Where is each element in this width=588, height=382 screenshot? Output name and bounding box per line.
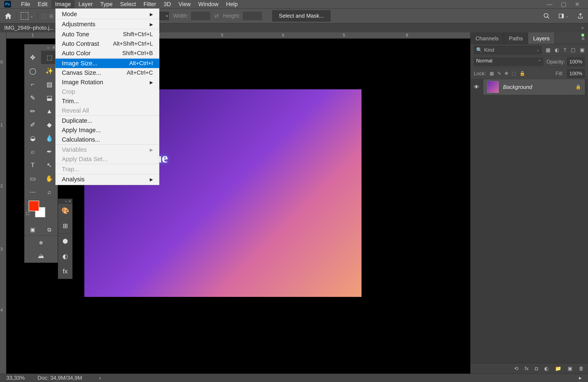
width-input[interactable]	[191, 12, 210, 20]
menu-3d[interactable]: 3D	[160, 0, 175, 9]
screen-mode-icon[interactable]: ⧉	[41, 224, 58, 236]
workspace-icon[interactable]: ⌄	[558, 13, 569, 19]
adjustment-layer-icon[interactable]: ◐	[544, 366, 549, 371]
height-input[interactable]	[243, 12, 262, 20]
close-panel-icon[interactable]: ✕	[52, 45, 56, 50]
menuitem-mode[interactable]: Mode▶	[56, 9, 159, 19]
extra-tool-wheel[interactable]: ⎈	[24, 236, 58, 249]
strip-expand-icon[interactable]: ››	[65, 199, 67, 203]
ruler-tick: 6	[406, 33, 408, 38]
menuitem-image-rotation[interactable]: Image Rotation▶	[56, 77, 159, 87]
layer-kind-dropdown[interactable]: 🔍 Kind ⌄	[474, 46, 542, 54]
filter-smart-icon[interactable]: ▣	[580, 47, 585, 53]
collapse-icon[interactable]: ‹‹	[47, 45, 50, 50]
adjustments-panel-icon[interactable]: ◐	[58, 248, 72, 264]
styles-panel-icon[interactable]: fx	[58, 264, 72, 279]
menuitem-duplicate[interactable]: Duplicate...	[56, 116, 159, 125]
swap-dimensions-icon[interactable]: ⇄	[214, 13, 219, 19]
brush-tool[interactable]: ✏	[24, 104, 41, 118]
zoom-tool[interactable]: ⌕	[41, 185, 58, 199]
lock-pixels-icon[interactable]: ✎	[497, 71, 501, 76]
menuitem-adjustments[interactable]: Adjustments▶	[56, 19, 159, 29]
shape-tool[interactable]: ▭	[24, 172, 41, 185]
minimize-icon[interactable]: —	[546, 1, 552, 8]
status-more-icon[interactable]: ›	[99, 375, 101, 381]
delete-layer-icon[interactable]: 🗑	[579, 366, 584, 371]
selection-mode-add-icon[interactable]: ▣	[49, 13, 54, 19]
layer-mask-icon[interactable]: ◘	[535, 366, 538, 371]
gradient-tool[interactable]: ◒	[24, 131, 41, 145]
maximize-icon[interactable]: ▢	[561, 1, 566, 8]
fill-value[interactable]: 100%	[567, 69, 585, 78]
menu-help[interactable]: Help	[222, 0, 242, 9]
tab-layers[interactable]: Layers	[528, 32, 555, 44]
properties-panel-icon[interactable]: ⬢	[58, 233, 72, 248]
menu-edit[interactable]: Edit	[34, 0, 52, 9]
crop-tool[interactable]: ⌐	[24, 77, 41, 91]
menu-select[interactable]: Select	[116, 0, 140, 9]
link-layers-icon[interactable]: ⟲	[514, 366, 518, 371]
filter-pixel-icon[interactable]: ▦	[546, 47, 550, 53]
menu-type[interactable]: Type	[97, 0, 117, 9]
scroll-right-icon[interactable]: ▸	[579, 375, 582, 381]
menu-layer[interactable]: Layer	[75, 0, 97, 9]
menuitem-apply-image[interactable]: Apply Image...	[56, 125, 159, 135]
lock-artboard-icon[interactable]: ⬚	[512, 71, 516, 76]
marquee-tool-icon[interactable]	[21, 12, 28, 20]
menu-view[interactable]: View	[175, 0, 194, 9]
zoom-level[interactable]: 33,33%	[6, 375, 25, 381]
chevron-down-icon[interactable]: ⌄	[30, 14, 33, 18]
menuitem-canvas-size[interactable]: Canvas Size...Alt+Ctrl+C	[56, 68, 159, 77]
tab-paths[interactable]: Paths	[504, 32, 528, 44]
quick-mask-icon[interactable]: ▣	[24, 224, 41, 236]
history-brush-tool[interactable]: ✐	[24, 118, 41, 131]
tab-channels[interactable]: Channels	[470, 32, 504, 44]
default-colors-icon[interactable]	[26, 212, 29, 215]
new-layer-icon[interactable]: ▣	[567, 366, 572, 371]
lock-position-icon[interactable]: ✥	[504, 71, 508, 76]
more-tools[interactable]: ⋯	[24, 185, 41, 199]
filter-adjustment-icon[interactable]: ◐	[555, 47, 559, 53]
menuitem-auto-color[interactable]: Auto ColorShift+Ctrl+B	[56, 49, 159, 58]
blend-mode-select[interactable]: Normal⌄	[474, 57, 543, 66]
filter-shape-icon[interactable]: ▢	[571, 47, 576, 53]
swatches-panel-icon[interactable]: ⊞	[58, 218, 72, 233]
strip-close-icon[interactable]: ✕	[68, 199, 71, 203]
layer-row[interactable]: Background 🔒	[483, 79, 585, 95]
filter-type-icon[interactable]: T	[563, 47, 567, 53]
menu-window[interactable]: Window	[194, 0, 222, 9]
share-icon[interactable]	[577, 13, 584, 19]
menuitem-auto-tone[interactable]: Auto ToneShift+Ctrl+L	[56, 30, 159, 39]
layer-name: Background	[503, 84, 571, 90]
home-icon[interactable]	[4, 12, 12, 20]
select-and-mask-button[interactable]: Select and Mask...	[272, 10, 330, 21]
visibility-icon[interactable]: 👁	[474, 84, 479, 90]
close-icon[interactable]: ✕	[575, 1, 580, 8]
opacity-value[interactable]: 100%	[567, 57, 585, 66]
layer-lock-icon[interactable]: 🔒	[575, 84, 581, 90]
lock-transparent-icon[interactable]: ▦	[490, 71, 494, 76]
dodge-tool[interactable]: ⌕	[24, 145, 41, 158]
extra-tool-landscape[interactable]: ⛰	[24, 249, 58, 263]
menuitem-auto-contrast[interactable]: Auto ContrastAlt+Shift+Ctrl+L	[56, 39, 159, 49]
lock-all-icon[interactable]: 🔒	[520, 71, 525, 76]
menu-filter[interactable]: Filter	[140, 0, 160, 9]
lasso-tool[interactable]: ◯	[24, 64, 41, 77]
menuitem-image-size[interactable]: Image Size...Alt+Ctrl+I	[56, 59, 159, 68]
type-tool[interactable]: T	[24, 158, 41, 172]
document-tab[interactable]: IMG_2949~photo.j...	[4, 25, 54, 31]
eyedropper-tool[interactable]: ✎	[24, 91, 41, 104]
color-panel-icon[interactable]: 🎨	[58, 203, 72, 218]
menuitem-calculations[interactable]: Calculations...	[56, 135, 159, 145]
search-icon[interactable]	[543, 13, 550, 19]
menuitem-trim[interactable]: Trim...	[56, 96, 159, 106]
menuitem-analysis[interactable]: Analysis▶	[56, 175, 159, 184]
move-tool[interactable]: ✥	[24, 51, 41, 64]
menu-file[interactable]: File	[17, 0, 34, 9]
group-icon[interactable]: 📁	[555, 366, 561, 371]
selection-mode-new-icon[interactable]: ▢	[42, 13, 47, 19]
menu-image[interactable]: Image	[51, 0, 75, 9]
layer-style-icon[interactable]: fx	[525, 366, 529, 371]
expand-panels-icon[interactable]: »	[581, 25, 584, 31]
foreground-color-swatch[interactable]	[29, 201, 39, 211]
